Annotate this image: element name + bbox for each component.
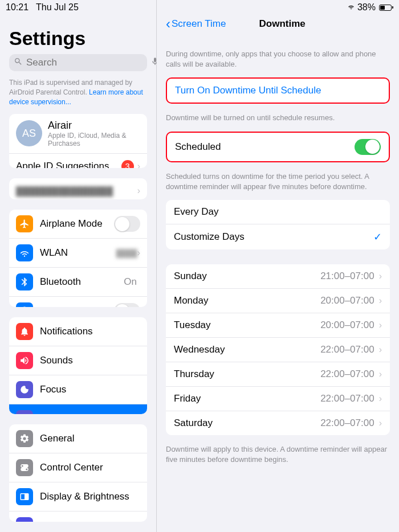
wifi-icon — [16, 244, 33, 261]
apple-id-suggestions[interactable]: Apple ID Suggestions 3 › — [9, 154, 147, 169]
avatar: AS — [16, 120, 42, 146]
general-row[interactable]: General — [9, 424, 147, 453]
chevron-right-icon: › — [379, 418, 382, 428]
speaker-icon — [16, 352, 33, 369]
day-row[interactable]: Saturday22:00–07:00› — [166, 411, 390, 435]
chevron-right-icon: › — [379, 345, 382, 355]
search-field[interactable] — [9, 54, 147, 71]
battery-icon — [378, 5, 393, 11]
chevron-right-icon: › — [379, 394, 382, 404]
search-icon — [14, 57, 23, 69]
bluetooth-row[interactable]: Bluetooth On — [9, 268, 147, 297]
display-icon — [16, 488, 33, 505]
display-row[interactable]: Display & Brightness — [9, 482, 147, 511]
airplane-toggle[interactable] — [114, 216, 140, 232]
wlan-row[interactable]: WLAN ████ › — [9, 239, 147, 268]
chevron-right-icon: › — [137, 161, 140, 169]
vpn-toggle[interactable] — [114, 303, 140, 307]
chevron-right-icon: › — [379, 369, 382, 379]
sounds-row[interactable]: Sounds — [9, 346, 147, 375]
globe-icon — [16, 302, 33, 307]
supervision-text: This iPad is supervised and managed by A… — [0, 78, 156, 113]
day-row[interactable]: Monday20:00–07:00› — [166, 289, 390, 313]
scheduled-row[interactable]: Scheduled — [167, 133, 389, 161]
customize-days-row[interactable]: Customize Days ✓ — [166, 224, 390, 249]
screen-time-row[interactable]: Screen Time — [9, 404, 147, 415]
check-icon: ✓ — [373, 231, 382, 243]
blurred-row[interactable]: ████████████████ › — [9, 178, 147, 199]
gear-icon — [16, 430, 33, 447]
search-input[interactable] — [26, 57, 147, 68]
focus-row[interactable]: Focus — [9, 375, 147, 404]
home-screen-row[interactable]: Home Screen & — [9, 511, 147, 522]
every-day-row[interactable]: Every Day — [166, 200, 390, 224]
notifications-row[interactable]: Notifications — [9, 317, 147, 346]
profile-sub: Apple ID, iCloud, Media & Purchases — [48, 132, 140, 148]
hourglass-icon — [16, 410, 33, 415]
chevron-right-icon: › — [379, 296, 382, 306]
day-row[interactable]: Friday22:00–07:00› — [166, 387, 390, 411]
apple-id-profile[interactable]: AS Airair Apple ID, iCloud, Media & Purc… — [9, 114, 147, 154]
statusbar-time: 10:21 Thu Jul 25 — [6, 2, 79, 13]
wifi-icon — [347, 2, 355, 13]
switches-icon — [16, 459, 33, 476]
bell-icon — [16, 323, 33, 340]
chevron-right-icon: › — [379, 320, 382, 330]
back-button[interactable]: ‹ Screen Time — [166, 16, 226, 32]
suggestions-badge: 3 — [121, 160, 134, 169]
chevron-right-icon: › — [137, 248, 140, 258]
airplane-mode-row[interactable]: Airplane Mode — [9, 210, 147, 239]
day-row[interactable]: Tuesday20:00–07:00› — [166, 313, 390, 338]
scheduled-toggle[interactable] — [355, 139, 381, 155]
profile-name: Airair — [48, 120, 140, 132]
day-row[interactable]: Wednesday22:00–07:00› — [166, 338, 390, 362]
turn-on-note: Downtime will be turned on until schedul… — [157, 108, 399, 131]
scheduled-note: Scheduled turns on downtime for the time… — [157, 167, 399, 200]
page-title: Downtime — [226, 18, 390, 30]
day-row[interactable]: Sunday21:00–07:00› — [166, 264, 390, 289]
detail-pane: ‹ Screen Time Downtime During downtime, … — [157, 0, 399, 532]
statusbar-right: 38% — [347, 2, 393, 13]
airplane-icon — [16, 215, 33, 232]
moon-icon — [16, 381, 33, 398]
intro-text: During downtime, only apps that you choo… — [157, 38, 399, 77]
chevron-left-icon: ‹ — [166, 16, 170, 32]
control-center-row[interactable]: Control Center — [9, 453, 147, 482]
chevron-right-icon: › — [137, 186, 140, 196]
turn-on-button[interactable]: Turn On Downtime Until Schedule — [167, 79, 389, 103]
settings-sidebar: Settings This iPad is supervised and man… — [0, 0, 157, 532]
bluetooth-icon — [16, 273, 33, 290]
day-row[interactable]: Thursday22:00–07:00› — [166, 362, 390, 387]
grid-icon — [16, 517, 33, 522]
vpn-row[interactable]: VPN — [9, 297, 147, 307]
footer-note: Downtime will apply to this device. A do… — [157, 440, 399, 473]
chevron-right-icon: › — [379, 271, 382, 281]
